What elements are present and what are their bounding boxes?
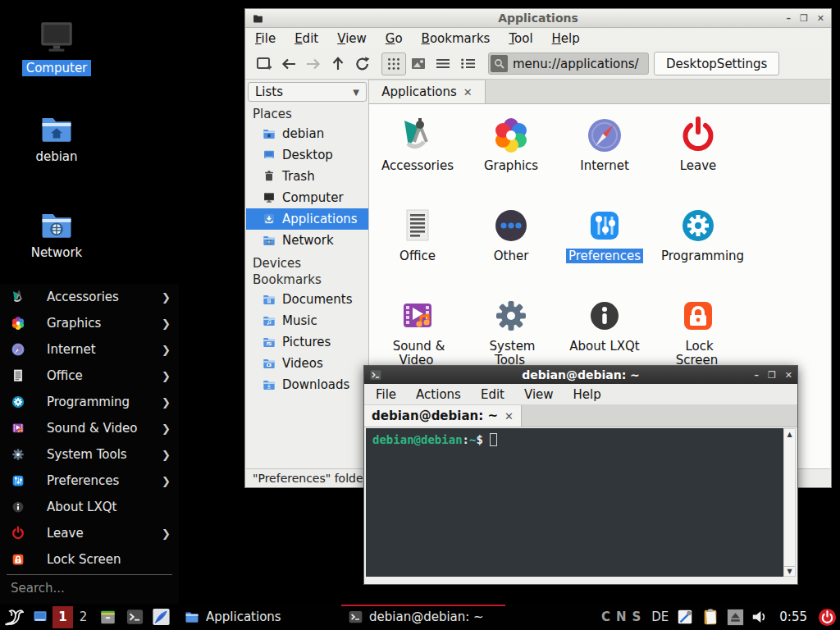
- menu-bookmarks[interactable]: Bookmarks: [422, 31, 491, 46]
- terminal-tab[interactable]: debian@debian: ~ ✕: [364, 404, 522, 427]
- fm-titlebar[interactable]: Applications – ❒ ✕: [245, 9, 831, 28]
- minimize-button[interactable]: –: [754, 371, 759, 380]
- sidebar-item-downloads[interactable]: Downloads: [246, 374, 368, 395]
- tab-close-icon[interactable]: ✕: [463, 86, 472, 98]
- back-arrow-icon: [281, 58, 296, 70]
- app-category-preferences[interactable]: Preferences: [558, 198, 651, 263]
- menu-item-preferences[interactable]: Preferences ❯: [0, 468, 179, 494]
- menu-item-graphics[interactable]: Graphics ❯: [0, 310, 179, 336]
- menu-item-programming[interactable]: Programming ❯: [0, 389, 179, 415]
- fm-toolbar: menu://applications/ DesktopSettings: [245, 48, 831, 80]
- power-button-icon[interactable]: [818, 608, 837, 627]
- tab-close-icon[interactable]: ✕: [504, 410, 514, 422]
- terminal-screen[interactable]: debian@debian:~$: [366, 428, 783, 577]
- app-category-accessories[interactable]: Accessories: [371, 107, 464, 173]
- sidebar-item-documents[interactable]: Documents: [246, 289, 368, 310]
- minimize-button[interactable]: –: [786, 14, 791, 23]
- app-category-lock-screen[interactable]: Lock Screen: [651, 288, 745, 368]
- app-category-leave[interactable]: Leave: [651, 107, 745, 173]
- sidebar-item-videos[interactable]: Videos: [246, 353, 368, 374]
- clipboard-icon[interactable]: [701, 608, 719, 626]
- sidebar-item-applications[interactable]: Applications: [246, 208, 368, 230]
- show-desktop-button[interactable]: [28, 604, 52, 630]
- thumbnail-view-button[interactable]: [406, 52, 431, 75]
- detailed-list-view-button[interactable]: [455, 52, 480, 75]
- app-category-programming[interactable]: Programming: [651, 198, 745, 263]
- menu-item-accessories[interactable]: Accessories ❯: [0, 284, 179, 310]
- terminal-titlebar[interactable]: debian@debian: ~ – ❒ ✕: [364, 366, 797, 384]
- menu-actions[interactable]: Actions: [416, 387, 461, 402]
- sound-video-icon: [11, 421, 25, 436]
- sidebar-item-trash[interactable]: Trash: [246, 166, 368, 187]
- forward-button[interactable]: [301, 52, 326, 75]
- reload-button[interactable]: [350, 52, 375, 75]
- app-category-sound-video[interactable]: Sound & Video: [371, 288, 464, 368]
- clock[interactable]: 0:55: [779, 609, 807, 624]
- up-button[interactable]: [326, 52, 350, 75]
- menu-help[interactable]: Help: [552, 31, 580, 46]
- sidebar-item-music[interactable]: Music: [246, 310, 368, 331]
- keyboard-layout-indicator[interactable]: DE: [651, 609, 669, 624]
- screenshot-tool-icon[interactable]: [676, 608, 694, 626]
- menu-search-input[interactable]: Search...: [0, 575, 179, 601]
- menu-item-lock-screen[interactable]: Lock Screen: [0, 546, 179, 573]
- main-menu-button[interactable]: [0, 604, 28, 630]
- sidebar-item-debian[interactable]: debian: [246, 123, 368, 144]
- tab-applications[interactable]: Applications ✕: [369, 80, 486, 103]
- icon-view-button[interactable]: [381, 52, 406, 75]
- maximize-button[interactable]: ❒: [768, 371, 776, 380]
- maximize-button[interactable]: ❒: [800, 14, 808, 23]
- menu-file[interactable]: File: [376, 387, 396, 402]
- app-category-about-lxqt[interactable]: About LXQt: [558, 288, 651, 354]
- network-folder-icon: [262, 234, 276, 247]
- sidebar-item-desktop[interactable]: Desktop: [246, 144, 368, 166]
- menu-item-sound-video[interactable]: Sound & Video ❯: [0, 415, 179, 441]
- new-tab-button[interactable]: [252, 52, 276, 75]
- menu-edit[interactable]: Edit: [481, 387, 504, 402]
- app-category-graphics[interactable]: Graphics: [464, 107, 558, 173]
- sidebar-item-pictures[interactable]: Pictures: [246, 331, 368, 353]
- desktop-icon-network[interactable]: Network: [11, 208, 102, 261]
- sidebar-item-computer[interactable]: Computer: [246, 187, 368, 208]
- workspace-2-button[interactable]: 2: [73, 606, 94, 628]
- app-category-other[interactable]: Other: [464, 198, 558, 263]
- scroll-down-icon[interactable]: ▼: [784, 566, 795, 576]
- folder-icon: [184, 609, 200, 624]
- address-bar[interactable]: menu://applications/: [488, 52, 649, 75]
- app-category-internet[interactable]: Internet: [558, 107, 651, 173]
- menu-go[interactable]: Go: [386, 31, 403, 46]
- menu-help[interactable]: Help: [573, 387, 601, 402]
- back-button[interactable]: [276, 52, 301, 75]
- menu-item-internet[interactable]: Internet ❯: [0, 336, 179, 363]
- menu-tool[interactable]: Tool: [509, 31, 532, 46]
- sidebar-item-network[interactable]: Network: [246, 230, 368, 251]
- menu-view[interactable]: View: [524, 387, 554, 402]
- task-applications[interactable]: Applications: [177, 604, 335, 630]
- menu-file[interactable]: File: [255, 31, 276, 46]
- file-manager-launcher[interactable]: [94, 604, 121, 630]
- desktop-icon-computer[interactable]: Computer: [11, 16, 102, 76]
- desktop-settings-button[interactable]: DesktopSettings: [654, 52, 779, 75]
- menu-item-system-tools[interactable]: System Tools ❯: [0, 441, 179, 468]
- menu-view[interactable]: View: [337, 31, 367, 46]
- compact-view-button[interactable]: [431, 52, 455, 75]
- scroll-up-icon[interactable]: ▲: [784, 429, 795, 439]
- task-terminal[interactable]: debian@debian: ~: [341, 604, 505, 630]
- menu-item-leave[interactable]: Leave ❯: [0, 520, 179, 546]
- fm-tabstrip: Applications ✕: [369, 80, 830, 104]
- desktop-icon-debian[interactable]: debian: [11, 112, 102, 165]
- featherpad-launcher[interactable]: [148, 604, 174, 630]
- sidebar-mode-selector[interactable]: Lists ▼: [248, 82, 367, 102]
- eject-removable-media-icon[interactable]: [727, 609, 744, 626]
- workspace-1-button[interactable]: 1: [52, 606, 73, 628]
- close-button[interactable]: ✕: [817, 14, 824, 23]
- menu-item-office[interactable]: Office ❯: [0, 363, 179, 389]
- menu-edit[interactable]: Edit: [294, 31, 318, 46]
- close-button[interactable]: ✕: [785, 371, 792, 380]
- terminal-scrollbar[interactable]: ▲ ▼: [783, 428, 796, 577]
- app-category-office[interactable]: Office: [371, 198, 464, 263]
- terminal-launcher[interactable]: [121, 604, 148, 630]
- menu-item-about-lxqt[interactable]: About LXQt: [0, 494, 179, 520]
- volume-icon[interactable]: [751, 609, 769, 624]
- app-category-system-tools[interactable]: System Tools: [464, 288, 558, 368]
